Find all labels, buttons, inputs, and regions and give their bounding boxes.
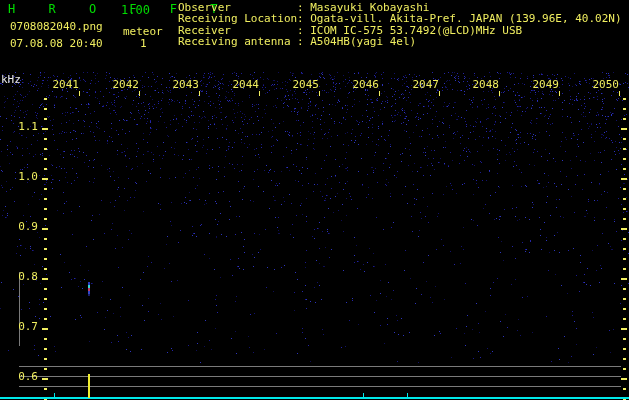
station-info-label: Receiving antenna [178,36,297,47]
time-axis-label: 2050 [589,79,619,90]
time-axis-label: 2041 [49,79,79,90]
hrofft-window: H R O F F T 1.00 0708082040.png meteor 0… [0,0,629,400]
freq-axis-label: 1.0 [6,171,38,182]
station-info-separator: : [297,36,310,47]
mode-label: meteor [123,26,163,37]
station-info-row: Receiving antenna: A504HB(yagi 4el) [178,36,622,47]
output-filename: 0708082040.png [10,21,103,32]
meteor-count: 1 [140,38,147,49]
observation-datetime: 07.08.08 20:40 [10,38,103,49]
station-info-label: Receiving Location [178,13,297,24]
freq-axis-label: 0.6 [6,371,38,382]
station-info-value: Ogata-vill. Akita-Pref. JAPAN (139.96E, … [310,13,621,24]
freq-axis-label: 0.8 [6,271,38,282]
time-axis-label: 2042 [109,79,139,90]
freq-axis-label: 0.9 [6,221,38,232]
app-version: 1.00 [121,5,150,16]
time-axis-label: 2047 [409,79,439,90]
time-axis-label: 2045 [289,79,319,90]
time-axis-label: 2044 [229,79,259,90]
time-axis-label: 2043 [169,79,199,90]
station-info-separator: : [297,13,310,24]
freq-axis-unit-label: kHz [1,74,21,85]
spectrogram-canvas [0,0,629,400]
freq-axis-label: 1.1 [6,121,38,132]
station-info-row: Receiving Location: Ogata-vill. Akita-Pr… [178,13,622,24]
time-axis-label: 2046 [349,79,379,90]
freq-axis-label: 0.7 [6,321,38,332]
station-info-block: Observer: Masayuki KobayashiReceiving Lo… [178,2,622,47]
station-info-value: A504HB(yagi 4el) [310,36,416,47]
time-axis-label: 2049 [529,79,559,90]
time-axis-label: 2048 [469,79,499,90]
